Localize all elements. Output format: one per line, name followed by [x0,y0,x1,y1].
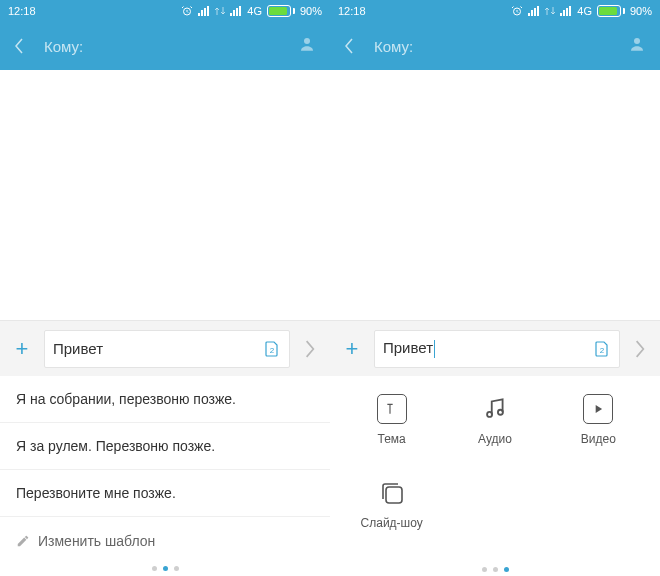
page-dots [0,560,330,576]
svg-point-6 [487,412,492,417]
battery-pct: 90% [300,5,322,17]
page-dot[interactable] [163,566,168,571]
network-label: 4G [247,5,262,17]
svg-text:2: 2 [270,346,275,355]
page-dots [330,562,660,576]
compose-bar: + Привет 2 [330,320,660,376]
media-panel: Тема Аудио Видео Слайд-шоу [330,376,660,576]
message-text: Привет [53,340,263,357]
pencil-icon [16,534,30,548]
svg-point-7 [498,410,503,415]
media-label: Слайд-шоу [361,516,423,530]
signal-icon-2 [560,6,572,16]
media-label: Видео [581,432,616,446]
svg-text:2: 2 [600,346,605,355]
media-label: Аудио [478,432,512,446]
battery-icon [267,5,295,17]
page-dot[interactable] [152,566,157,571]
media-slideshow-button[interactable]: Слайд-шоу [340,478,443,562]
status-bar: 12:18 4G 90% [330,0,660,22]
send-button[interactable] [630,340,650,358]
quick-reply-item[interactable]: Я на собрании, перезвоню позже. [0,376,330,423]
send-button[interactable] [300,340,320,358]
back-button[interactable] [344,38,364,54]
video-icon [583,394,613,424]
quick-reply-item[interactable]: Я за рулем. Перезвоню позже. [0,423,330,470]
signal-icon-2 [230,6,242,16]
quick-reply-panel: Я на собрании, перезвоню позже. Я за рул… [0,376,330,576]
compose-header: Кому: [330,22,660,70]
conversation-area [330,70,660,320]
page-dot[interactable] [482,567,487,572]
slideshow-icon [377,478,407,508]
conversation-area [0,70,330,320]
media-audio-button[interactable]: Аудио [443,394,546,478]
message-input[interactable]: Привет 2 [44,330,290,368]
svg-point-1 [304,38,310,44]
alarm-icon [511,5,523,17]
data-arrows-icon [215,6,225,16]
media-theme-button[interactable]: Тема [340,394,443,478]
audio-icon [480,394,510,424]
page-dot[interactable] [493,567,498,572]
status-time: 12:18 [8,5,36,17]
text-cursor [434,340,435,358]
battery-icon [597,5,625,17]
media-video-button[interactable]: Видео [547,394,650,478]
back-button[interactable] [14,38,34,54]
alarm-icon [181,5,193,17]
add-contact-button[interactable] [298,35,316,57]
attach-button[interactable]: + [10,336,34,362]
edit-templates-button[interactable]: Изменить шаблон [0,517,330,560]
theme-icon [377,394,407,424]
attach-button[interactable]: + [340,336,364,362]
sim-select-icon[interactable]: 2 [593,340,611,358]
phone-right: 12:18 4G 90% Кому: + Привет 2 [330,0,660,576]
network-label: 4G [577,5,592,17]
message-text: Привет [383,339,593,358]
recipient-label[interactable]: Кому: [44,38,83,55]
compose-header: Кому: [0,22,330,70]
message-input[interactable]: Привет 2 [374,330,620,368]
battery-pct: 90% [630,5,652,17]
data-arrows-icon [545,6,555,16]
page-dot[interactable] [174,566,179,571]
compose-bar: + Привет 2 [0,320,330,376]
svg-point-4 [634,38,640,44]
media-label: Тема [378,432,406,446]
quick-reply-item[interactable]: Перезвоните мне позже. [0,470,330,517]
signal-icon [198,6,210,16]
page-dot[interactable] [504,567,509,572]
add-contact-button[interactable] [628,35,646,57]
recipient-label[interactable]: Кому: [374,38,413,55]
edit-templates-label: Изменить шаблон [38,533,155,549]
phone-left: 12:18 4G 90% Кому: + Привет 2 [0,0,330,576]
status-bar: 12:18 4G 90% [0,0,330,22]
svg-rect-8 [386,487,402,503]
sim-select-icon[interactable]: 2 [263,340,281,358]
status-time: 12:18 [338,5,366,17]
signal-icon [528,6,540,16]
